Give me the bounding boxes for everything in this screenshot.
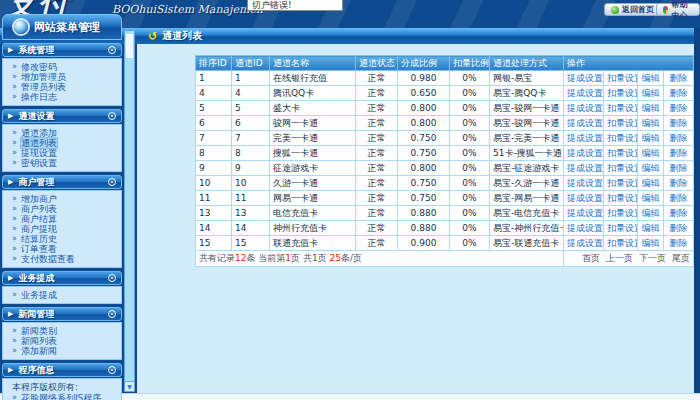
sidebar-item[interactable]: »增加商户 [3, 194, 121, 204]
bullet-icon: » [12, 346, 17, 356]
action-link-edit[interactable]: 编辑 [638, 116, 664, 131]
action-link-commission[interactable]: 提成设置 [564, 221, 604, 236]
action-link-edit[interactable]: 编辑 [638, 161, 664, 176]
section-toggle-icon[interactable] [108, 112, 116, 120]
action-link-deduction[interactable]: 扣量设置 [604, 101, 638, 116]
sidebar-item[interactable]: »提现设置 [3, 148, 121, 158]
sidebar-item[interactable]: »增加管理员 [3, 72, 121, 82]
action-link-commission[interactable]: 提成设置 [564, 116, 604, 131]
action-link-delete[interactable]: 删除 [664, 236, 694, 251]
section-toggle-icon[interactable] [108, 274, 116, 282]
action-link-commission[interactable]: 提成设置 [564, 71, 604, 86]
sidebar-item[interactable]: »新闻类别 [3, 326, 121, 336]
help-center-label: 帮助中心 [671, 0, 693, 21]
sidebar-item[interactable]: »修改密码 [3, 62, 121, 72]
cell-name: 久游一卡通 [270, 176, 356, 191]
sidebar-item[interactable]: »结算历史 [3, 234, 121, 244]
action-link-deduction[interactable]: 扣量设置 [604, 236, 638, 251]
sidebar-item[interactable]: »管理员列表 [3, 82, 121, 92]
sidebar-section-header[interactable]: ▶通道设置 [2, 109, 122, 123]
help-center-button[interactable]: 帮助中心 [656, 3, 700, 16]
action-link-commission[interactable]: 提成设置 [564, 176, 604, 191]
record-summary-segment: 条 当前第 [246, 253, 285, 263]
sidebar-item[interactable]: »新闻列表 [3, 336, 121, 346]
page-link-prev[interactable]: 上一页 [606, 253, 633, 263]
action-link-deduction[interactable]: 扣量设置 [604, 86, 638, 101]
action-link-delete[interactable]: 删除 [664, 86, 694, 101]
action-link-edit[interactable]: 编辑 [638, 206, 664, 221]
action-link-delete[interactable]: 删除 [664, 116, 694, 131]
action-link-edit[interactable]: 编辑 [638, 101, 664, 116]
action-link-delete[interactable]: 删除 [664, 191, 694, 206]
sidebar-section-header[interactable]: ▶程序信息 [2, 363, 122, 377]
page-link-next[interactable]: 下一页 [639, 253, 666, 263]
sidebar-item[interactable]: »商户结算 [3, 214, 121, 224]
back-home-label: 返回首页 [622, 4, 654, 15]
action-link-delete[interactable]: 删除 [664, 146, 694, 161]
logo-subtitle: BOOhuiSistem Manajemen [112, 3, 263, 16]
scroll-down-icon[interactable]: ▼ [125, 381, 134, 391]
sidebar-section-header[interactable]: ▶新闻管理 [2, 307, 122, 321]
action-link-deduction[interactable]: 扣量设置 [604, 221, 638, 236]
notice-input[interactable]: 切户错误! [247, 0, 343, 11]
section-toggle-icon[interactable] [108, 178, 116, 186]
sidebar-item[interactable]: »订单查看 [3, 244, 121, 254]
sidebar-scrollbar[interactable]: ▼ [124, 30, 135, 392]
right-edge-strip [694, 28, 700, 393]
action-link-edit[interactable]: 编辑 [638, 221, 664, 236]
action-link-delete[interactable]: 删除 [664, 161, 694, 176]
action-link-commission[interactable]: 提成设置 [564, 131, 604, 146]
page-link-first[interactable]: 首页 [582, 253, 600, 263]
sidebar-section-header[interactable]: ▶商户管理 [2, 175, 122, 189]
action-link-deduction[interactable]: 扣量设置 [604, 191, 638, 206]
sidebar-item[interactable]: »通道列表 [3, 138, 121, 148]
action-link-edit[interactable]: 编辑 [638, 191, 664, 206]
sidebar-item[interactable]: »密钥设置 [3, 158, 121, 168]
back-home-button[interactable]: 返回首页 [604, 3, 661, 16]
action-link-deduction[interactable]: 扣量设置 [604, 206, 638, 221]
action-link-edit[interactable]: 编辑 [638, 86, 664, 101]
action-link-delete[interactable]: 删除 [664, 206, 694, 221]
sidebar-section-header[interactable]: ▶业务提成 [2, 271, 122, 285]
action-link-edit[interactable]: 编辑 [638, 236, 664, 251]
action-link-commission[interactable]: 提成设置 [564, 86, 604, 101]
sidebar-item[interactable]: »商户列表 [3, 204, 121, 214]
scrollbar-thumb[interactable] [126, 34, 133, 58]
action-link-delete[interactable]: 删除 [664, 71, 694, 86]
action-link-edit[interactable]: 编辑 [638, 71, 664, 86]
page-link-last[interactable]: 尾页 [672, 253, 690, 263]
action-link-delete[interactable]: 删除 [664, 101, 694, 116]
sidebar-section-header[interactable]: ▶系统管理 [2, 43, 122, 57]
action-link-commission[interactable]: 提成设置 [564, 236, 604, 251]
action-link-commission[interactable]: 提成设置 [564, 191, 604, 206]
action-link-deduction[interactable]: 扣量设置 [604, 116, 638, 131]
action-link-delete[interactable]: 删除 [664, 221, 694, 236]
cell-deduct: 0% [450, 146, 490, 161]
cell-sort_id: 15 [196, 236, 232, 251]
sidebar-item[interactable]: »支付数据查看 [3, 254, 121, 264]
section-toggle-icon[interactable] [108, 310, 116, 318]
action-link-delete[interactable]: 删除 [664, 176, 694, 191]
sidebar-item-label: 操作日志 [21, 92, 57, 102]
action-link-deduction[interactable]: 扣量设置 [604, 146, 638, 161]
action-link-edit[interactable]: 编辑 [638, 146, 664, 161]
sidebar-item[interactable]: »通道添加 [3, 128, 121, 138]
action-link-deduction[interactable]: 扣量设置 [604, 71, 638, 86]
section-arrow-icon: ▶ [8, 112, 13, 120]
action-link-deduction[interactable]: 扣量设置 [604, 131, 638, 146]
action-link-commission[interactable]: 提成设置 [564, 206, 604, 221]
action-link-deduction[interactable]: 扣量设置 [604, 161, 638, 176]
action-link-edit[interactable]: 编辑 [638, 176, 664, 191]
action-link-delete[interactable]: 删除 [664, 131, 694, 146]
action-link-edit[interactable]: 编辑 [638, 131, 664, 146]
sidebar-item[interactable]: »商户提现 [3, 224, 121, 234]
sidebar-item[interactable]: »添加新闻 [3, 346, 121, 356]
sidebar-item[interactable]: »操作日志 [3, 92, 121, 102]
action-link-commission[interactable]: 提成设置 [564, 146, 604, 161]
action-link-commission[interactable]: 提成设置 [564, 161, 604, 176]
section-toggle-icon[interactable] [108, 46, 116, 54]
sidebar-item[interactable]: »业务提成 [3, 290, 121, 300]
section-toggle-icon[interactable] [108, 366, 116, 374]
action-link-commission[interactable]: 提成设置 [564, 101, 604, 116]
action-link-deduction[interactable]: 扣量设置 [604, 176, 638, 191]
